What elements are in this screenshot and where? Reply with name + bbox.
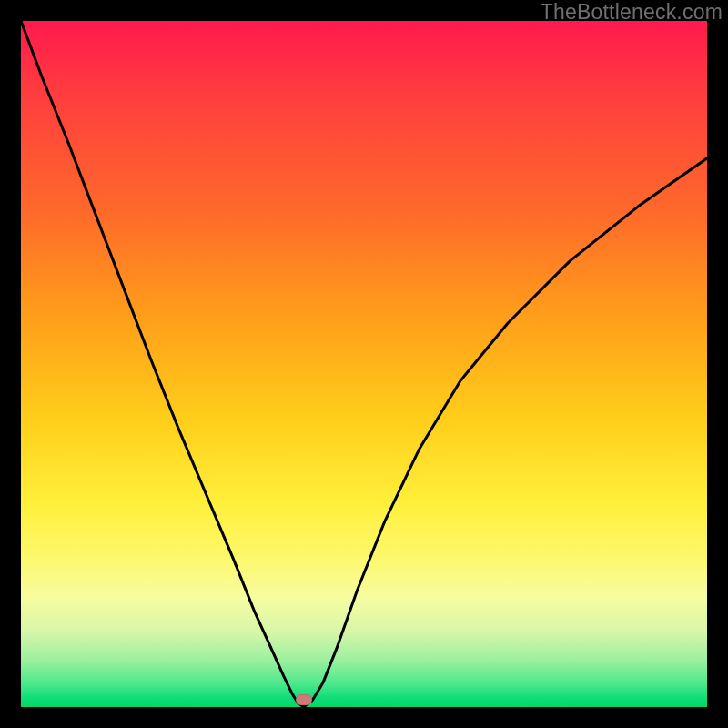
gradient-background xyxy=(21,21,707,707)
plot-area xyxy=(21,21,707,707)
chart-frame xyxy=(21,21,707,707)
min-point-marker xyxy=(296,694,312,705)
